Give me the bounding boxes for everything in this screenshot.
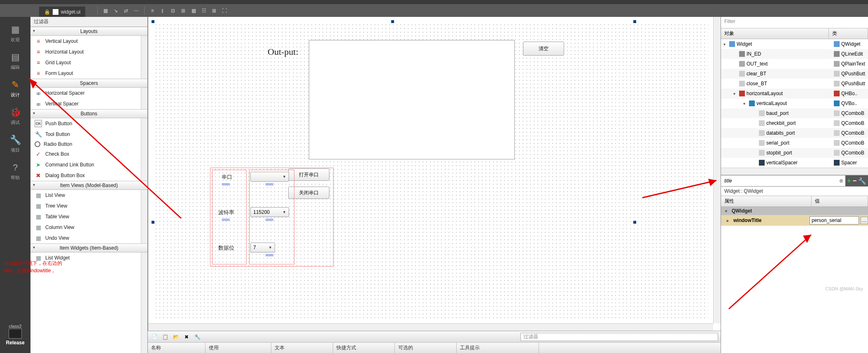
object-tree-row[interactable]: databits_portQComboB — [721, 128, 868, 138]
databits-combo[interactable]: 7▼ — [250, 243, 275, 252]
object-tree-row[interactable]: stopbit_portQComboB — [721, 148, 868, 158]
widget-group-header[interactable]: Layouts — [30, 27, 147, 36]
widget-item[interactable]: ▦List View — [30, 190, 147, 201]
kit-selector[interactable]: class2 Release — [6, 324, 24, 346]
mode-design[interactable]: ✎设计 — [11, 79, 20, 98]
action-filter-input[interactable]: 过滤器 — [520, 333, 718, 341]
object-tree-row[interactable]: ▾WidgetQWidget — [721, 39, 868, 49]
selection-handle[interactable] — [633, 20, 636, 23]
action-col-header[interactable]: 可选的 — [395, 343, 457, 353]
copy-action-icon[interactable]: 📋 — [161, 333, 169, 341]
widget-item[interactable]: ▦Table View — [30, 211, 147, 222]
property-value-input[interactable] — [810, 216, 859, 224]
new-action-icon[interactable]: 📄 — [150, 333, 159, 341]
col-value[interactable]: 值 — [812, 196, 868, 206]
object-tree-row[interactable]: serial_portQComboB — [721, 138, 868, 148]
widget-item[interactable]: ⟚Horizontal Spacer — [30, 88, 147, 98]
selection-handle[interactable] — [391, 20, 394, 23]
canvas-h-scrollbar[interactable] — [148, 323, 713, 331]
col-class[interactable]: 类 — [829, 28, 868, 39]
widget-item[interactable]: ≡Form Layout — [30, 68, 147, 79]
form-icon[interactable]: ☷ — [200, 7, 208, 15]
edit-buddies-icon[interactable]: ⇄ — [122, 7, 130, 15]
hlayout-icon[interactable]: ≡ — [148, 7, 156, 15]
widget-item[interactable]: ▦Column View — [30, 222, 147, 233]
output-textarea[interactable] — [309, 40, 515, 159]
widget-item[interactable]: ≡Grid Layout — [30, 57, 147, 68]
object-tree-row[interactable]: ▾verticalLayoutQVBo.. — [721, 98, 868, 108]
edit-widgets-icon[interactable]: ▦ — [101, 7, 110, 15]
object-tree-scrollbar[interactable] — [721, 168, 868, 175]
vlayout-icon[interactable]: ⫿ — [159, 7, 167, 15]
action-col-header[interactable]: 快捷方式 — [333, 343, 395, 353]
mode-project[interactable]: 🔧项目 — [10, 135, 21, 153]
action-col-header[interactable]: 名称 — [148, 343, 205, 353]
adjust-size-icon[interactable]: ⛶ — [220, 7, 229, 15]
edit-tab-order-icon[interactable]: ⋯ — [132, 7, 140, 15]
paste-action-icon[interactable]: 📂 — [172, 333, 180, 341]
configure-action-icon[interactable]: 🔧 — [193, 333, 201, 341]
clear-filter-icon[interactable]: ⊗ — [837, 178, 845, 184]
col-property[interactable]: 属性 — [721, 196, 812, 206]
object-tree-row[interactable]: baud_portQComboB — [721, 108, 868, 118]
grid-icon[interactable]: ▦ — [189, 7, 198, 15]
mode-welcome[interactable]: ▦欢迎 — [11, 24, 20, 43]
object-tree-row[interactable]: OUT_textQPlainText — [721, 59, 868, 69]
object-tree-row[interactable]: ▾horizontalLayoutQHBo.. — [721, 89, 868, 98]
mode-debug[interactable]: 🐞调试 — [10, 107, 21, 126]
widget-item[interactable]: ➤Command Link Button — [30, 159, 147, 170]
widgetbox-filter-label[interactable]: 过滤器 — [30, 17, 147, 27]
delete-action-icon[interactable]: ✖ — [182, 333, 191, 341]
widget-item-label: Undo View — [45, 235, 69, 241]
widget-item[interactable]: ▦Undo View — [30, 233, 147, 243]
edit-signals-icon[interactable]: ↘ — [112, 7, 120, 15]
remove-property-icon[interactable]: − — [853, 177, 856, 185]
widget-group-header[interactable]: Item Widgets (Item-Based) — [30, 243, 147, 252]
break-layout-icon[interactable]: ⊠ — [210, 7, 218, 15]
widget-item[interactable]: ✓Check Box — [30, 149, 147, 159]
widget-group-header[interactable]: Buttons — [30, 109, 147, 118]
widget-group-header[interactable]: Spacers — [30, 79, 147, 88]
object-tree-row[interactable]: checkbit_portQComboB — [721, 118, 868, 128]
add-property-icon[interactable]: + — [847, 177, 851, 185]
col-object[interactable]: 对象 — [721, 28, 829, 39]
hsplit-icon[interactable]: ⊟ — [169, 7, 177, 15]
configure-property-icon[interactable]: 🔧 — [858, 177, 866, 185]
mode-edit[interactable]: ▤编辑 — [11, 52, 20, 70]
widget-item[interactable]: ≡Vertical Layout — [30, 36, 147, 47]
object-filter-input[interactable]: Filter — [721, 17, 868, 28]
widget-item[interactable]: ≡Horizontal Layout — [30, 47, 147, 57]
widget-item-label: Form Layout — [45, 70, 73, 76]
property-filter-input[interactable] — [721, 178, 837, 184]
selection-handle[interactable] — [152, 221, 154, 224]
property-row-windowtitle[interactable]: ▸windowTitle … — [721, 215, 868, 226]
widget-item[interactable]: Radio Button — [30, 140, 147, 149]
design-canvas[interactable]: Out-put: 清空 打开串口 关闭串口 串口 波特率 数据位 ▼ 11520… — [148, 17, 721, 331]
widget-item[interactable]: ✖Dialog Button Box — [30, 170, 147, 181]
baud-combo[interactable]: 115200▼ — [250, 207, 289, 217]
property-more-button[interactable]: … — [861, 217, 868, 224]
widget-group-header[interactable]: Item Views (Model-Based) — [30, 181, 147, 190]
object-tree-row[interactable]: clear_BTQPushButt — [721, 69, 868, 79]
widgetbox-scrollbar[interactable] — [141, 27, 147, 353]
selection-handle[interactable] — [633, 221, 636, 224]
widget-item[interactable]: OKPush Button — [30, 118, 147, 129]
object-tree[interactable]: ▾WidgetQWidgetIN_EDQLineEditOUT_textQPla… — [721, 39, 868, 168]
action-col-header[interactable]: 使用 — [205, 343, 271, 353]
widget-item[interactable]: ⟚Vertical Spacer — [30, 98, 147, 109]
canvas-v-scrollbar[interactable] — [713, 17, 721, 323]
selection-handle[interactable] — [152, 20, 154, 23]
mode-help[interactable]: ?帮助 — [11, 162, 20, 181]
action-col-header[interactable]: 工具提示 — [457, 343, 539, 353]
widget-item[interactable]: ▦Tree View — [30, 201, 147, 211]
file-tab[interactable]: 🔒 widget.ui — [39, 7, 85, 17]
clear-button[interactable]: 清空 — [523, 42, 564, 56]
object-tree-row[interactable]: IN_EDQLineEdit — [721, 49, 868, 59]
vsplit-icon[interactable]: ⊞ — [179, 7, 187, 15]
widget-item[interactable]: 🔧Tool Button — [30, 129, 147, 140]
property-group-qwidget[interactable]: ▾QWidget — [721, 207, 868, 215]
object-tree-row[interactable]: verticalSpacerSpacer — [721, 158, 868, 168]
action-col-header[interactable]: 文本 — [271, 343, 333, 353]
object-tree-row[interactable]: close_BTQPushButt — [721, 79, 868, 89]
serial-combo[interactable]: ▼ — [250, 172, 289, 182]
